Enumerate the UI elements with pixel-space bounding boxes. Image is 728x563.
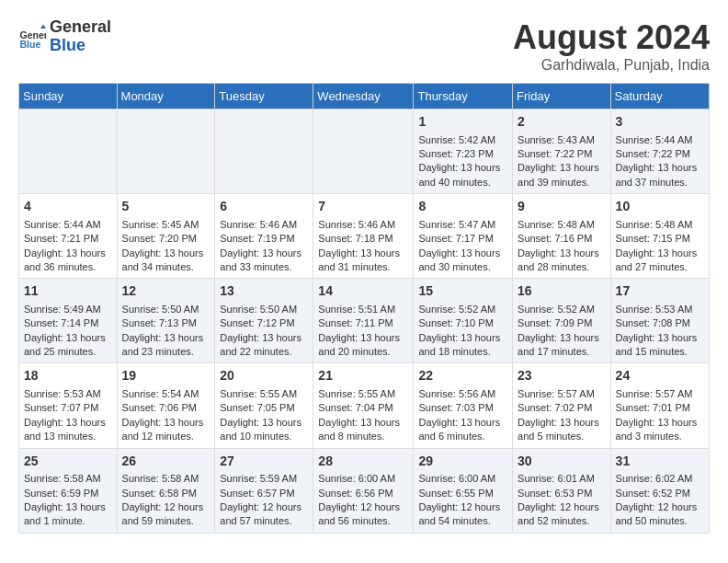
day-content: and 12 minutes. bbox=[122, 430, 210, 443]
logo: General Blue General Blue bbox=[18, 18, 111, 55]
day-content: Sunset: 7:16 PM bbox=[518, 232, 606, 246]
day-of-week-header: Friday bbox=[513, 84, 611, 109]
day-content: Sunrise: 5:50 AM bbox=[220, 303, 308, 316]
day-content: and 37 minutes. bbox=[616, 176, 704, 190]
day-content: Sunset: 6:52 PM bbox=[616, 487, 704, 500]
day-content: Sunset: 7:08 PM bbox=[616, 316, 704, 330]
day-content: and 10 minutes. bbox=[220, 430, 308, 443]
day-content: Sunset: 7:13 PM bbox=[122, 316, 210, 330]
day-number: 5 bbox=[122, 198, 210, 216]
day-content: Sunrise: 5:56 AM bbox=[418, 387, 507, 401]
day-content: Sunrise: 5:55 AM bbox=[220, 387, 308, 401]
calendar-cell: 7Sunrise: 5:46 AMSunset: 7:18 PMDaylight… bbox=[313, 194, 414, 279]
day-content: Sunset: 6:57 PM bbox=[220, 487, 308, 500]
calendar-cell: 8Sunrise: 5:47 AMSunset: 7:17 PMDaylight… bbox=[414, 194, 513, 279]
day-number: 12 bbox=[122, 282, 210, 301]
day-content: Sunrise: 6:01 AM bbox=[518, 472, 606, 486]
day-of-week-header: Sunday bbox=[19, 84, 118, 109]
page-header: General Blue General Blue August 2024 Ga… bbox=[18, 18, 710, 74]
day-content: Sunrise: 5:47 AM bbox=[418, 218, 507, 232]
day-number: 10 bbox=[616, 198, 704, 216]
day-content: Sunrise: 5:53 AM bbox=[616, 303, 704, 316]
day-content: Sunset: 7:05 PM bbox=[220, 401, 308, 415]
day-number: 17 bbox=[616, 282, 704, 301]
calendar-cell: 4Sunrise: 5:44 AMSunset: 7:21 PMDaylight… bbox=[19, 194, 118, 279]
day-content: Daylight: 13 hours bbox=[616, 161, 704, 175]
day-content: Daylight: 13 hours bbox=[418, 247, 507, 260]
calendar-cell: 21Sunrise: 5:55 AMSunset: 7:04 PMDayligh… bbox=[313, 363, 414, 448]
calendar-cell: 16Sunrise: 5:52 AMSunset: 7:09 PMDayligh… bbox=[513, 279, 611, 363]
day-content: and 13 minutes. bbox=[24, 430, 112, 443]
calendar-cell: 30Sunrise: 6:01 AMSunset: 6:53 PMDayligh… bbox=[513, 448, 611, 533]
day-content: Sunset: 7:11 PM bbox=[318, 316, 408, 330]
day-number: 7 bbox=[318, 198, 408, 216]
calendar-cell: 28Sunrise: 6:00 AMSunset: 6:56 PMDayligh… bbox=[313, 448, 414, 533]
day-content: and 40 minutes. bbox=[418, 176, 507, 190]
calendar-week-row: 18Sunrise: 5:53 AMSunset: 7:07 PMDayligh… bbox=[19, 363, 710, 448]
day-content: Sunset: 7:06 PM bbox=[122, 401, 210, 415]
day-content: Sunset: 6:56 PM bbox=[318, 487, 408, 500]
calendar-cell bbox=[19, 109, 118, 194]
calendar-cell: 25Sunrise: 5:58 AMSunset: 6:59 PMDayligh… bbox=[19, 448, 118, 533]
day-content: and 23 minutes. bbox=[122, 345, 210, 359]
day-content: Sunrise: 5:45 AM bbox=[122, 218, 210, 232]
day-content: and 25 minutes. bbox=[24, 345, 112, 359]
day-content: Sunset: 7:04 PM bbox=[318, 401, 408, 415]
day-content: Sunset: 6:58 PM bbox=[122, 487, 210, 500]
calendar-cell: 29Sunrise: 6:00 AMSunset: 6:55 PMDayligh… bbox=[414, 448, 513, 533]
day-number: 13 bbox=[220, 282, 308, 301]
day-content: Sunset: 7:20 PM bbox=[122, 232, 210, 246]
day-number: 24 bbox=[616, 367, 704, 385]
calendar-week-row: 25Sunrise: 5:58 AMSunset: 6:59 PMDayligh… bbox=[19, 448, 710, 533]
day-content: and 59 minutes. bbox=[122, 514, 210, 528]
day-number: 27 bbox=[220, 453, 308, 471]
day-content: and 1 minute. bbox=[24, 514, 112, 528]
day-content: and 22 minutes. bbox=[220, 345, 308, 359]
logo-line2: Blue bbox=[50, 37, 111, 55]
day-content: and 15 minutes. bbox=[616, 345, 704, 359]
day-content: Sunset: 7:03 PM bbox=[418, 401, 507, 415]
day-content: Sunset: 7:18 PM bbox=[318, 232, 408, 246]
calendar-cell: 20Sunrise: 5:55 AMSunset: 7:05 PMDayligh… bbox=[215, 363, 313, 448]
day-content: Sunrise: 5:50 AM bbox=[122, 303, 210, 316]
day-content: and 30 minutes. bbox=[418, 260, 507, 274]
day-content: Sunset: 7:12 PM bbox=[220, 316, 308, 330]
day-content: Daylight: 13 hours bbox=[122, 331, 210, 345]
day-content: and 3 minutes. bbox=[616, 430, 704, 443]
day-content: Sunset: 7:17 PM bbox=[418, 232, 507, 246]
calendar-cell: 12Sunrise: 5:50 AMSunset: 7:13 PMDayligh… bbox=[117, 279, 215, 363]
day-content: Daylight: 13 hours bbox=[318, 247, 408, 260]
calendar-cell: 13Sunrise: 5:50 AMSunset: 7:12 PMDayligh… bbox=[215, 279, 313, 363]
calendar-cell bbox=[313, 109, 414, 194]
day-content: Sunrise: 5:58 AM bbox=[24, 472, 112, 486]
calendar-cell: 2Sunrise: 5:43 AMSunset: 7:22 PMDaylight… bbox=[513, 109, 611, 194]
day-content: Sunset: 7:14 PM bbox=[24, 316, 112, 330]
day-content: Daylight: 13 hours bbox=[24, 500, 112, 514]
day-number: 25 bbox=[24, 453, 112, 471]
day-content: Sunrise: 5:46 AM bbox=[220, 218, 308, 232]
day-content: Daylight: 13 hours bbox=[122, 247, 210, 260]
day-content: Sunrise: 5:51 AM bbox=[318, 303, 408, 316]
day-number: 2 bbox=[518, 113, 606, 132]
day-content: Sunrise: 5:46 AM bbox=[318, 218, 408, 232]
day-content: Daylight: 13 hours bbox=[616, 247, 704, 260]
calendar-cell: 3Sunrise: 5:44 AMSunset: 7:22 PMDaylight… bbox=[610, 109, 709, 194]
day-number: 11 bbox=[24, 282, 112, 301]
day-content: Sunrise: 5:57 AM bbox=[616, 387, 704, 401]
day-number: 29 bbox=[418, 453, 507, 471]
calendar-cell: 17Sunrise: 5:53 AMSunset: 7:08 PMDayligh… bbox=[610, 279, 709, 363]
day-content: Sunrise: 5:59 AM bbox=[220, 472, 308, 486]
day-content: and 5 minutes. bbox=[518, 430, 606, 443]
calendar-cell: 6Sunrise: 5:46 AMSunset: 7:19 PMDaylight… bbox=[215, 194, 313, 279]
day-content: Daylight: 13 hours bbox=[418, 416, 507, 430]
header-row: SundayMondayTuesdayWednesdayThursdayFrid… bbox=[19, 84, 710, 109]
calendar-cell: 19Sunrise: 5:54 AMSunset: 7:06 PMDayligh… bbox=[117, 363, 215, 448]
calendar-cell: 9Sunrise: 5:48 AMSunset: 7:16 PMDaylight… bbox=[513, 194, 611, 279]
day-number: 6 bbox=[220, 198, 308, 216]
day-content: Sunrise: 5:58 AM bbox=[122, 472, 210, 486]
day-content: Daylight: 13 hours bbox=[616, 331, 704, 345]
calendar-cell: 1Sunrise: 5:42 AMSunset: 7:23 PMDaylight… bbox=[414, 109, 513, 194]
svg-marker-3 bbox=[40, 24, 46, 29]
day-content: Daylight: 13 hours bbox=[518, 331, 606, 345]
day-content: and 54 minutes. bbox=[418, 514, 507, 528]
